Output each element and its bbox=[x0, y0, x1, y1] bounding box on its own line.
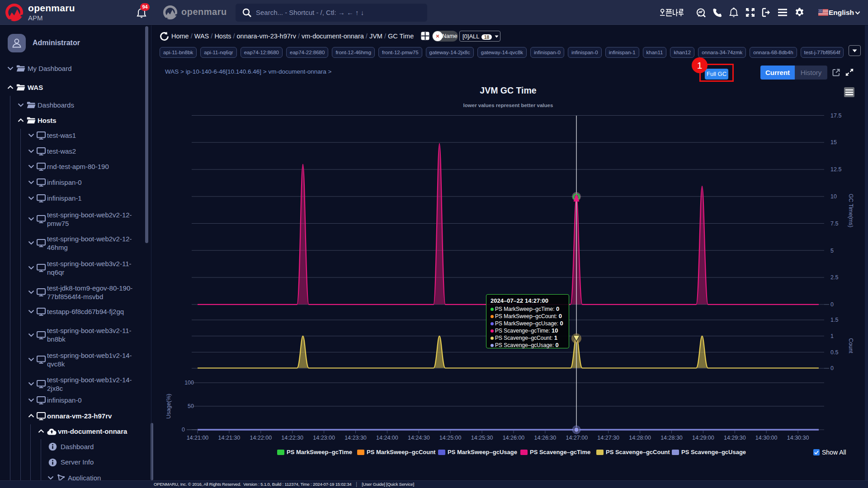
svg-text:14:29:00: 14:29:00 bbox=[692, 435, 714, 441]
svg-text:14:30:30: 14:30:30 bbox=[787, 435, 809, 441]
svg-text:10: 10 bbox=[830, 193, 837, 200]
svg-text:14:23:00: 14:23:00 bbox=[313, 435, 335, 441]
svg-text:14:22:30: 14:22:30 bbox=[281, 435, 303, 441]
svg-text:14:21:00: 14:21:00 bbox=[187, 435, 209, 441]
svg-text:1: 1 bbox=[830, 333, 834, 339]
svg-text:1.5: 1.5 bbox=[830, 317, 838, 323]
svg-text:0: 0 bbox=[182, 427, 185, 433]
svg-text:17.5: 17.5 bbox=[830, 113, 841, 119]
svg-text:14:27:00: 14:27:00 bbox=[566, 435, 588, 441]
svg-text:0: 0 bbox=[830, 365, 834, 371]
svg-text:Usage(%): Usage(%) bbox=[165, 394, 172, 419]
svg-text:0.5: 0.5 bbox=[830, 349, 838, 356]
svg-text:12.5: 12.5 bbox=[830, 166, 841, 173]
svg-text:50: 50 bbox=[188, 403, 194, 409]
svg-text:14:26:00: 14:26:00 bbox=[503, 435, 525, 441]
svg-text:14:24:00: 14:24:00 bbox=[376, 435, 398, 441]
svg-text:5: 5 bbox=[830, 248, 834, 254]
svg-text:14:24:30: 14:24:30 bbox=[408, 435, 430, 441]
svg-text:14:30:00: 14:30:00 bbox=[755, 435, 778, 441]
svg-text:14:25:30: 14:25:30 bbox=[471, 435, 493, 441]
svg-text:15: 15 bbox=[830, 139, 837, 145]
svg-text:14:26:30: 14:26:30 bbox=[534, 435, 557, 441]
svg-text:Count: Count bbox=[848, 338, 854, 353]
svg-text:14:21:30: 14:21:30 bbox=[218, 435, 241, 441]
svg-text:14:23:30: 14:23:30 bbox=[344, 435, 367, 441]
svg-text:GC Time(ms): GC Time(ms) bbox=[848, 194, 854, 227]
svg-text:14:28:00: 14:28:00 bbox=[629, 435, 651, 441]
svg-text:14:28:30: 14:28:30 bbox=[660, 435, 683, 441]
svg-text:14:29:30: 14:29:30 bbox=[724, 435, 746, 441]
svg-text:14:27:30: 14:27:30 bbox=[597, 435, 619, 441]
svg-text:0: 0 bbox=[830, 301, 834, 308]
svg-text:7.5: 7.5 bbox=[830, 221, 838, 227]
svg-text:14:25:00: 14:25:00 bbox=[439, 435, 462, 441]
svg-text:2.5: 2.5 bbox=[830, 274, 838, 281]
svg-text:100: 100 bbox=[184, 380, 194, 386]
svg-text:14:22:00: 14:22:00 bbox=[250, 435, 272, 441]
